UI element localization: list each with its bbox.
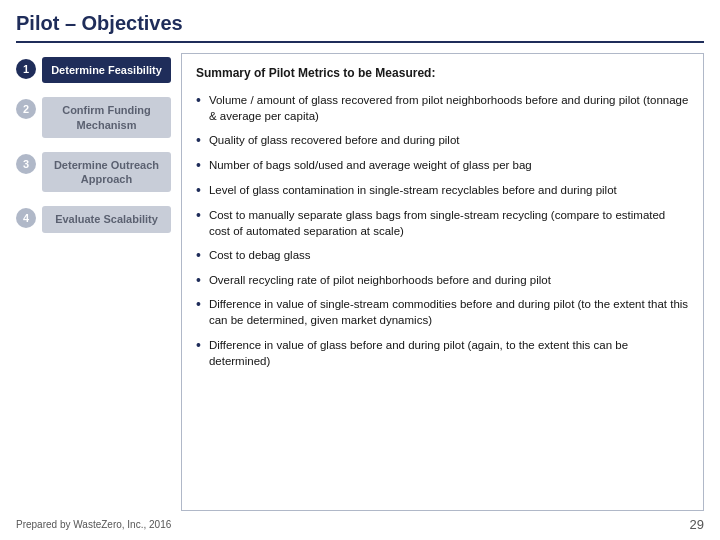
step-1-label: Determine Feasibility <box>42 57 171 83</box>
bullet-text-9: Difference in value of glass before and … <box>209 337 689 369</box>
bullet-icon-6: • <box>196 247 201 264</box>
bullet-7: • Overall recycling rate of pilot neighb… <box>196 272 689 289</box>
bullet-text-5: Cost to manually separate glass bags fro… <box>209 207 689 239</box>
bullet-icon-7: • <box>196 272 201 289</box>
step-1: 1 Determine Feasibility <box>16 57 171 83</box>
footer: Prepared by WasteZero, Inc., 2016 29 <box>16 517 704 532</box>
bullet-icon-4: • <box>196 182 201 199</box>
summary-title: Summary of Pilot Metrics to be Measured: <box>196 66 689 80</box>
bullet-2: • Quality of glass recovered before and … <box>196 132 689 149</box>
bullet-text-4: Level of glass contamination in single-s… <box>209 182 689 198</box>
step-2: 2 Confirm Funding Mechanism <box>16 97 171 138</box>
step-4-number: 4 <box>16 208 36 228</box>
bullet-icon-3: • <box>196 157 201 174</box>
bullet-4: • Level of glass contamination in single… <box>196 182 689 199</box>
content-area: 1 Determine Feasibility 2 Confirm Fundin… <box>16 53 704 511</box>
step-3-label: Determine Outreach Approach <box>42 152 171 193</box>
step-3-number: 3 <box>16 154 36 174</box>
bullet-1: • Volume / amount of glass recovered fro… <box>196 92 689 124</box>
bullet-icon-5: • <box>196 207 201 224</box>
step-2-number: 2 <box>16 99 36 119</box>
bullet-5: • Cost to manually separate glass bags f… <box>196 207 689 239</box>
bullet-text-1: Volume / amount of glass recovered from … <box>209 92 689 124</box>
bullet-9: • Difference in value of glass before an… <box>196 337 689 369</box>
step-2-label: Confirm Funding Mechanism <box>42 97 171 138</box>
bullet-6: • Cost to debag glass <box>196 247 689 264</box>
right-panel: Summary of Pilot Metrics to be Measured:… <box>181 53 704 511</box>
bullet-3: • Number of bags sold/used and average w… <box>196 157 689 174</box>
page: Pilot – Objectives 1 Determine Feasibili… <box>0 0 720 540</box>
bullet-text-3: Number of bags sold/used and average wei… <box>209 157 689 173</box>
bullet-text-8: Difference in value of single-stream com… <box>209 296 689 328</box>
step-4: 4 Evaluate Scalability <box>16 206 171 232</box>
bullet-icon-2: • <box>196 132 201 149</box>
bullet-text-6: Cost to debag glass <box>209 247 689 263</box>
footer-credit: Prepared by WasteZero, Inc., 2016 <box>16 519 171 530</box>
page-title: Pilot – Objectives <box>16 12 704 43</box>
step-3: 3 Determine Outreach Approach <box>16 152 171 193</box>
bullet-text-7: Overall recycling rate of pilot neighbor… <box>209 272 689 288</box>
page-number: 29 <box>690 517 704 532</box>
bullet-icon-9: • <box>196 337 201 354</box>
bullet-icon-8: • <box>196 296 201 313</box>
bullet-icon-1: • <box>196 92 201 109</box>
bullet-8: • Difference in value of single-stream c… <box>196 296 689 328</box>
left-panel: 1 Determine Feasibility 2 Confirm Fundin… <box>16 53 171 511</box>
step-1-number: 1 <box>16 59 36 79</box>
bullet-text-2: Quality of glass recovered before and du… <box>209 132 689 148</box>
step-4-label: Evaluate Scalability <box>42 206 171 232</box>
